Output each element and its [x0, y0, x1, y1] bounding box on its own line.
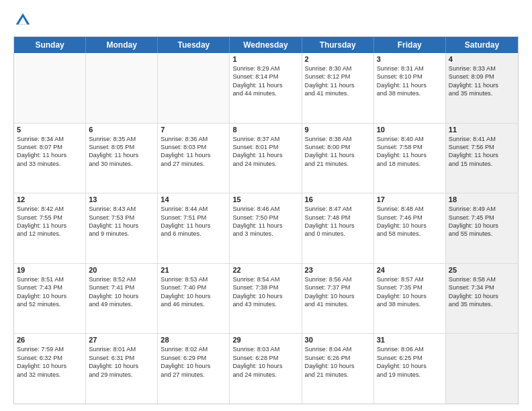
cell-info: Sunrise: 8:37 AM Sunset: 8:01 PM Dayligh…: [232, 135, 298, 169]
calendar-cell: 1Sunrise: 8:29 AM Sunset: 8:14 PM Daylig…: [230, 53, 302, 123]
day-number: 30: [305, 336, 371, 344]
calendar-cell: 26Sunrise: 7:59 AM Sunset: 6:32 PM Dayli…: [14, 334, 86, 404]
calendar-cell: 31Sunrise: 8:06 AM Sunset: 6:25 PM Dayli…: [374, 334, 446, 404]
cell-info: Sunrise: 8:48 AM Sunset: 7:46 PM Dayligh…: [377, 205, 443, 238]
calendar-row-4: 26Sunrise: 7:59 AM Sunset: 6:32 PM Dayli…: [14, 333, 518, 404]
calendar-cell: 20Sunrise: 8:52 AM Sunset: 7:41 PM Dayli…: [86, 264, 158, 334]
calendar-cell: [14, 53, 86, 123]
day-number: 1: [232, 55, 298, 63]
calendar: SundayMondayTuesdayWednesdayThursdayFrid…: [13, 36, 519, 404]
calendar-row-2: 12Sunrise: 8:42 AM Sunset: 7:55 PM Dayli…: [14, 193, 518, 263]
cell-info: Sunrise: 8:57 AM Sunset: 7:35 PM Dayligh…: [377, 275, 443, 309]
header-day-tuesday: Tuesday: [158, 37, 230, 53]
header-day-monday: Monday: [86, 37, 158, 53]
day-number: 23: [305, 266, 371, 274]
cell-info: Sunrise: 8:46 AM Sunset: 7:50 PM Dayligh…: [232, 205, 298, 238]
day-number: 18: [449, 195, 515, 203]
logo: [13, 11, 35, 30]
cell-info: Sunrise: 8:29 AM Sunset: 8:14 PM Dayligh…: [232, 64, 298, 98]
cell-info: Sunrise: 8:53 AM Sunset: 7:40 PM Dayligh…: [161, 275, 226, 309]
day-number: 29: [232, 336, 298, 344]
calendar-cell: 15Sunrise: 8:46 AM Sunset: 7:50 PM Dayli…: [230, 193, 302, 263]
cell-info: Sunrise: 8:33 AM Sunset: 8:09 PM Dayligh…: [449, 64, 515, 98]
cell-info: Sunrise: 8:36 AM Sunset: 8:03 PM Dayligh…: [161, 135, 226, 169]
cell-info: Sunrise: 8:54 AM Sunset: 7:38 PM Dayligh…: [232, 275, 298, 309]
calendar-row-0: 1Sunrise: 8:29 AM Sunset: 8:14 PM Daylig…: [14, 53, 518, 123]
cell-info: Sunrise: 8:52 AM Sunset: 7:41 PM Dayligh…: [89, 275, 154, 309]
calendar-cell: 28Sunrise: 8:02 AM Sunset: 6:29 PM Dayli…: [158, 334, 230, 404]
day-number: 17: [377, 195, 443, 203]
calendar-cell: 9Sunrise: 8:38 AM Sunset: 8:00 PM Daylig…: [302, 124, 374, 193]
cell-info: Sunrise: 8:41 AM Sunset: 7:56 PM Dayligh…: [449, 135, 515, 169]
cell-info: Sunrise: 8:56 AM Sunset: 7:37 PM Dayligh…: [305, 275, 371, 309]
day-number: 25: [449, 266, 515, 274]
header: [13, 11, 519, 30]
calendar-cell: [446, 334, 518, 404]
calendar-cell: 29Sunrise: 8:03 AM Sunset: 6:28 PM Dayli…: [230, 334, 302, 404]
day-number: 5: [17, 126, 83, 134]
cell-info: Sunrise: 8:49 AM Sunset: 7:45 PM Dayligh…: [449, 205, 515, 238]
day-number: 24: [377, 266, 443, 274]
header-day-thursday: Thursday: [302, 37, 374, 53]
day-number: 12: [17, 195, 83, 203]
calendar-cell: 13Sunrise: 8:43 AM Sunset: 7:53 PM Dayli…: [86, 193, 158, 263]
header-day-friday: Friday: [374, 37, 446, 53]
header-day-sunday: Sunday: [14, 37, 86, 53]
calendar-row-1: 5Sunrise: 8:34 AM Sunset: 8:07 PM Daylig…: [14, 123, 518, 193]
day-number: 26: [17, 336, 83, 344]
calendar-cell: 22Sunrise: 8:54 AM Sunset: 7:38 PM Dayli…: [230, 264, 302, 334]
calendar-cell: 21Sunrise: 8:53 AM Sunset: 7:40 PM Dayli…: [158, 264, 230, 334]
calendar-cell: 2Sunrise: 8:30 AM Sunset: 8:12 PM Daylig…: [302, 53, 374, 123]
calendar-cell: 3Sunrise: 8:31 AM Sunset: 8:10 PM Daylig…: [374, 53, 446, 123]
cell-info: Sunrise: 8:40 AM Sunset: 7:58 PM Dayligh…: [377, 135, 443, 169]
calendar-cell: [158, 53, 230, 123]
calendar-cell: 4Sunrise: 8:33 AM Sunset: 8:09 PM Daylig…: [446, 53, 518, 123]
calendar-row-3: 19Sunrise: 8:51 AM Sunset: 7:43 PM Dayli…: [14, 263, 518, 334]
cell-info: Sunrise: 8:38 AM Sunset: 8:00 PM Dayligh…: [305, 135, 371, 169]
calendar-cell: 5Sunrise: 8:34 AM Sunset: 8:07 PM Daylig…: [14, 124, 86, 193]
cell-info: Sunrise: 8:03 AM Sunset: 6:28 PM Dayligh…: [232, 345, 298, 379]
cell-info: Sunrise: 8:30 AM Sunset: 8:12 PM Dayligh…: [305, 64, 371, 98]
logo-icon: [13, 11, 32, 30]
day-number: 15: [232, 195, 298, 203]
calendar-cell: 19Sunrise: 8:51 AM Sunset: 7:43 PM Dayli…: [14, 264, 86, 334]
day-number: 6: [89, 126, 154, 134]
cell-info: Sunrise: 8:51 AM Sunset: 7:43 PM Dayligh…: [17, 275, 83, 309]
cell-info: Sunrise: 8:58 AM Sunset: 7:34 PM Dayligh…: [449, 275, 515, 309]
calendar-cell: 6Sunrise: 8:35 AM Sunset: 8:05 PM Daylig…: [86, 124, 158, 193]
cell-info: Sunrise: 8:04 AM Sunset: 6:26 PM Dayligh…: [305, 345, 371, 379]
day-number: 22: [232, 266, 298, 274]
day-number: 21: [161, 266, 226, 274]
cell-info: Sunrise: 8:06 AM Sunset: 6:25 PM Dayligh…: [377, 345, 443, 379]
day-number: 14: [161, 195, 226, 203]
calendar-cell: [86, 53, 158, 123]
header-day-saturday: Saturday: [446, 37, 518, 53]
calendar-cell: 8Sunrise: 8:37 AM Sunset: 8:01 PM Daylig…: [230, 124, 302, 193]
calendar-cell: 24Sunrise: 8:57 AM Sunset: 7:35 PM Dayli…: [374, 264, 446, 334]
day-number: 31: [377, 336, 443, 344]
calendar-cell: 25Sunrise: 8:58 AM Sunset: 7:34 PM Dayli…: [446, 264, 518, 334]
day-number: 10: [377, 126, 443, 134]
day-number: 3: [377, 55, 443, 63]
cell-info: Sunrise: 8:43 AM Sunset: 7:53 PM Dayligh…: [89, 205, 154, 238]
day-number: 16: [305, 195, 371, 203]
day-number: 19: [17, 266, 83, 274]
cell-info: Sunrise: 7:59 AM Sunset: 6:32 PM Dayligh…: [17, 345, 83, 379]
cell-info: Sunrise: 8:44 AM Sunset: 7:51 PM Dayligh…: [161, 205, 226, 238]
calendar-cell: 12Sunrise: 8:42 AM Sunset: 7:55 PM Dayli…: [14, 193, 86, 263]
calendar-header: SundayMondayTuesdayWednesdayThursdayFrid…: [14, 37, 518, 53]
cell-info: Sunrise: 8:02 AM Sunset: 6:29 PM Dayligh…: [161, 345, 226, 379]
cell-info: Sunrise: 8:31 AM Sunset: 8:10 PM Dayligh…: [377, 64, 443, 98]
calendar-cell: 18Sunrise: 8:49 AM Sunset: 7:45 PM Dayli…: [446, 193, 518, 263]
page: SundayMondayTuesdayWednesdayThursdayFrid…: [0, 0, 532, 411]
calendar-cell: 7Sunrise: 8:36 AM Sunset: 8:03 PM Daylig…: [158, 124, 230, 193]
cell-info: Sunrise: 8:42 AM Sunset: 7:55 PM Dayligh…: [17, 205, 83, 238]
cell-info: Sunrise: 8:47 AM Sunset: 7:48 PM Dayligh…: [305, 205, 371, 238]
calendar-cell: 27Sunrise: 8:01 AM Sunset: 6:31 PM Dayli…: [86, 334, 158, 404]
header-day-wednesday: Wednesday: [230, 37, 302, 53]
calendar-body: 1Sunrise: 8:29 AM Sunset: 8:14 PM Daylig…: [14, 53, 518, 404]
calendar-cell: 10Sunrise: 8:40 AM Sunset: 7:58 PM Dayli…: [374, 124, 446, 193]
day-number: 9: [305, 126, 371, 134]
day-number: 27: [89, 336, 154, 344]
calendar-cell: 11Sunrise: 8:41 AM Sunset: 7:56 PM Dayli…: [446, 124, 518, 193]
